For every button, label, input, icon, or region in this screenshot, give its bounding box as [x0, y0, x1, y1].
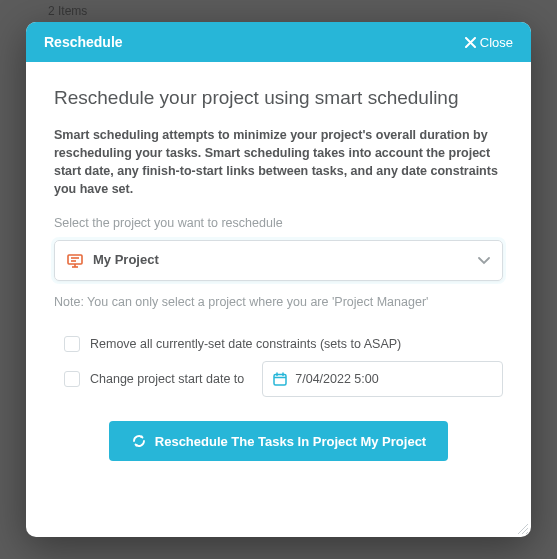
- svg-line-11: [526, 532, 528, 534]
- remove-constraints-label: Remove all currently-set date constraint…: [90, 335, 401, 353]
- modal-body: Reschedule your project using smart sche…: [26, 62, 531, 537]
- project-select[interactable]: My Project: [54, 240, 503, 281]
- project-manager-note: Note: You can only select a project wher…: [54, 293, 503, 311]
- close-icon: [465, 37, 476, 48]
- description-text: Smart scheduling attempts to minimize yo…: [54, 126, 503, 199]
- project-name: My Project: [93, 251, 468, 270]
- start-date-value: 7/04/2022 5:00: [295, 370, 378, 388]
- svg-rect-5: [274, 375, 286, 386]
- reschedule-submit-button[interactable]: Reschedule The Tasks In Project My Proje…: [109, 421, 448, 461]
- modal-header: Reschedule Close: [26, 22, 531, 62]
- project-icon: [67, 254, 83, 268]
- remove-constraints-checkbox[interactable]: [64, 336, 80, 352]
- chevron-down-icon: [478, 257, 490, 265]
- remove-constraints-row: Remove all currently-set date constraint…: [54, 329, 503, 359]
- reschedule-modal: Reschedule Close Reschedule your project…: [26, 22, 531, 537]
- resize-handle[interactable]: [515, 521, 529, 535]
- calendar-icon: [273, 372, 287, 386]
- close-button[interactable]: Close: [465, 35, 513, 50]
- close-label: Close: [480, 35, 513, 50]
- svg-rect-0: [68, 255, 82, 264]
- submit-button-label: Reschedule The Tasks In Project My Proje…: [155, 434, 426, 449]
- change-start-date-label: Change project start date to: [90, 370, 244, 388]
- select-project-label: Select the project you want to reschedul…: [54, 214, 503, 232]
- change-start-date-checkbox[interactable]: [64, 371, 80, 387]
- change-start-date-row: Change project start date to 7/04/2022 5…: [54, 359, 503, 399]
- refresh-icon: [131, 433, 147, 449]
- modal-title: Reschedule: [44, 34, 123, 50]
- page-title: Reschedule your project using smart sche…: [54, 84, 503, 112]
- start-date-input[interactable]: 7/04/2022 5:00: [262, 361, 503, 397]
